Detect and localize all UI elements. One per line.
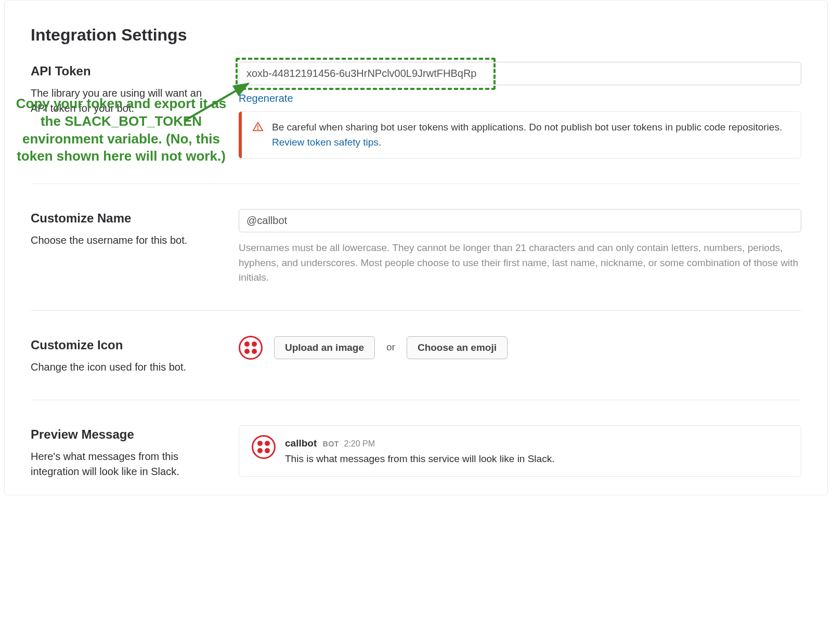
preview-bot-name: callbot bbox=[285, 438, 317, 449]
token-warning-text: Be careful when sharing bot user tokens … bbox=[272, 120, 790, 150]
bot-avatar-icon bbox=[239, 336, 263, 360]
integration-settings-panel: Integration Settings API Token The libra… bbox=[4, 0, 828, 495]
preview-card: callbot BOT 2:20 PM This is what message… bbox=[239, 425, 801, 477]
svg-point-1 bbox=[257, 129, 258, 129]
api-token-section: API Token The library you are using will… bbox=[31, 62, 801, 184]
token-safety-link[interactable]: Review token safety tips bbox=[272, 137, 379, 148]
customize-name-description: Choose the username for this bot. bbox=[31, 233, 218, 248]
token-warning-box: Be careful when sharing bot user tokens … bbox=[239, 111, 801, 159]
page-title: Integration Settings bbox=[31, 22, 801, 47]
api-token-description: The library you are using will want an A… bbox=[31, 86, 218, 116]
preview-bot-badge: BOT bbox=[323, 440, 339, 448]
customize-icon-heading: Customize Icon bbox=[31, 336, 218, 354]
regenerate-link[interactable]: Regenerate bbox=[239, 90, 293, 106]
preview-heading: Preview Message bbox=[31, 425, 218, 444]
warning-text-suffix: . bbox=[379, 137, 381, 148]
or-label: or bbox=[386, 340, 395, 355]
customize-name-section: Customize Name Choose the username for t… bbox=[31, 209, 801, 311]
customize-icon-description: Change the icon used for this bot. bbox=[31, 360, 218, 375]
username-help-text: Usernames must be all lowercase. They ca… bbox=[239, 241, 801, 285]
api-token-input[interactable] bbox=[239, 62, 801, 85]
preview-description: Here's what messages from this integrati… bbox=[31, 449, 218, 479]
customize-name-heading: Customize Name bbox=[31, 209, 218, 228]
preview-timestamp: 2:20 PM bbox=[344, 439, 375, 448]
customize-icon-section: Customize Icon Change the icon used for … bbox=[31, 336, 801, 400]
upload-image-button[interactable]: Upload an image bbox=[274, 336, 375, 359]
warning-icon bbox=[252, 121, 264, 137]
choose-emoji-button[interactable]: Choose an emoji bbox=[407, 336, 508, 359]
api-token-heading: API Token bbox=[31, 62, 218, 81]
preview-message-section: Preview Message Here's what messages fro… bbox=[31, 425, 801, 479]
preview-avatar-icon bbox=[252, 435, 276, 459]
warning-text-prefix: Be careful when sharing bot user tokens … bbox=[272, 122, 782, 133]
preview-message-text: This is what messages from this service … bbox=[285, 452, 554, 467]
username-input[interactable] bbox=[239, 209, 801, 232]
